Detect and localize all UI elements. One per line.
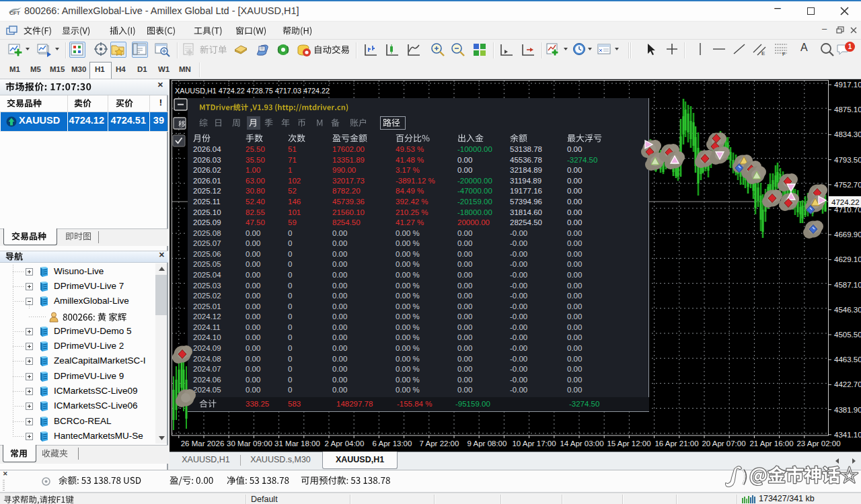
svg-text:4422.70: 4422.70 bbox=[834, 380, 861, 388]
svg-text:23 Apr 02:00: 23 Apr 02:00 bbox=[796, 439, 840, 448]
svg-text:2 Apr 04:00: 2 Apr 04:00 bbox=[325, 439, 365, 448]
svg-text:4587.10: 4587.10 bbox=[834, 281, 861, 289]
svg-text:16 Apr 21:00: 16 Apr 21:00 bbox=[654, 439, 698, 448]
svg-text:31 Mar 18:00: 31 Mar 18:00 bbox=[274, 439, 320, 448]
svg-text:4381.90: 4381.90 bbox=[834, 406, 861, 414]
svg-text:4834.30: 4834.30 bbox=[834, 130, 861, 138]
svg-text:4546.30: 4546.30 bbox=[834, 306, 861, 314]
svg-text:7 Apr 22:00: 7 Apr 22:00 bbox=[420, 439, 459, 448]
svg-text:9 Apr 08:00: 9 Apr 08:00 bbox=[467, 439, 507, 448]
svg-text:CFT: CFT bbox=[9, 10, 20, 16]
svg-text:4724.22: 4724.22 bbox=[831, 198, 860, 206]
svg-text:4341.10: 4341.10 bbox=[834, 431, 861, 439]
svg-text:6 Apr 13:00: 6 Apr 13:00 bbox=[373, 439, 412, 448]
svg-text:14 Apr 03:00: 14 Apr 03:00 bbox=[560, 439, 603, 448]
svg-text:F: F bbox=[782, 51, 786, 57]
svg-text:4463.50: 4463.50 bbox=[834, 355, 861, 364]
svg-text:15 Apr 12:00: 15 Apr 12:00 bbox=[607, 439, 650, 448]
svg-text:26 Mar 2026: 26 Mar 2026 bbox=[181, 439, 225, 448]
svg-text:XAUUSD,H1 4724.22 4728.75 471: XAUUSD,H1 4724.22 4728.75 4717.03 4724.2… bbox=[175, 87, 330, 95]
svg-text:4629.10: 4629.10 bbox=[834, 255, 861, 263]
svg-text:4752.70: 4752.70 bbox=[834, 181, 861, 189]
svg-text:4669.90: 4669.90 bbox=[834, 230, 861, 239]
svg-text:4793.50: 4793.50 bbox=[834, 156, 861, 164]
svg-text:4875.10: 4875.10 bbox=[834, 106, 861, 114]
svg-text:21 Apr 16:00: 21 Apr 16:00 bbox=[749, 439, 793, 448]
svg-text:30 Mar 09:00: 30 Mar 09:00 bbox=[227, 439, 272, 448]
svg-text:4505.50: 4505.50 bbox=[834, 331, 861, 339]
svg-text:E: E bbox=[761, 50, 765, 56]
svg-text:10 Apr 17:00: 10 Apr 17:00 bbox=[512, 439, 556, 448]
svg-text:20 Apr 07:00: 20 Apr 07:00 bbox=[702, 439, 745, 448]
svg-text:4917.10: 4917.10 bbox=[834, 81, 861, 89]
